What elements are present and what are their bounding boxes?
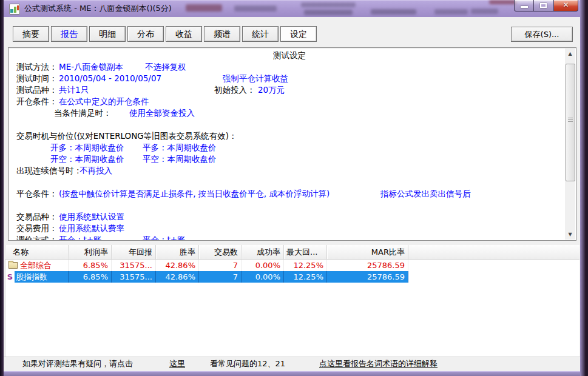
close-button[interactable]: ✕ [553,0,578,12]
settings-line: 测试时间：2010/05/04 - 2010/05/07强制平仓计算收益 [16,73,563,84]
scrollbar-thumb[interactable] [566,64,575,181]
close-icon: ✕ [554,1,578,9]
table-cell: 12.25% [284,260,327,271]
desktop: 公式测试系统 - ME：八面金锁副本()(5分) ✕ 摘要报告明细分布收益频谱统… [0,0,588,376]
table-cell: 42.86% [156,271,199,283]
window-title: 公式测试系统 - ME：八面金锁副本()(5分) [24,3,172,14]
table-row[interactable]: 全部综合6.85%31575...42.86%70.00%12.25%25786… [5,260,580,271]
settings-line: 开空：本周期收盘价平空：本周期收盘价 [16,153,563,165]
maximize-icon [540,3,547,8]
glass-smudge [186,4,222,12]
table-cell: 7 [199,271,242,283]
table-cell: 0.00% [242,271,284,283]
scroll-down-icon[interactable]: ▼ [565,229,575,240]
column-header[interactable]: 最大回... [284,245,327,259]
settings-line: 交易时机与价位(仅对ENTERLONG等旧图表交易系统有效)： [16,130,563,142]
settings-line: 调价方式：开仓：t+账平仓：t+账 [16,234,563,240]
row-name: 股指指数 [15,271,68,283]
settings-line: 交易品种：使用系统默认设置 [16,211,563,223]
glass-smudge [489,0,516,4]
tab-distribution[interactable]: 分布 [127,26,164,42]
settings-line: 平仓条件：(按盘中触位价计算是否满足止损条件, 按当日收盘价平仓, 成本价浮动计… [16,188,563,200]
minimize-button[interactable] [514,0,534,12]
tab-statistics[interactable]: 统计 [242,26,279,42]
window-bottom-border [4,371,580,376]
table-cell: 42.86% [156,260,199,271]
glass-smudge [304,10,353,15]
save-button[interactable]: 保存(S)... [511,27,573,42]
client-area: 摘要报告明细分布收益频谱统计设定 保存(S)... 测试设定测试方法：ME-八面… [4,17,580,371]
settings-line: 测试设定 [16,50,563,61]
footer-link-here[interactable]: 这里 [169,357,185,371]
app-icon [9,4,20,15]
maximize-button[interactable] [534,0,553,12]
tab-bar: 摘要报告明细分布收益频谱统计设定 [13,26,317,42]
column-header[interactable]: 名称 [5,245,69,259]
table-cell: 25786.59 [327,271,408,283]
caption-buttons: ✕ [514,0,578,12]
column-header[interactable]: 交易数 [199,245,242,259]
settings-line: 当条件满足时：使用全部资金投入 [16,107,563,119]
glass-smudge [234,5,277,12]
row-prefix: S [5,271,15,283]
tab-returns[interactable]: 收益 [166,26,202,42]
glass-smudge [434,9,468,15]
table-cell: 6.85% [69,260,112,271]
app-window: 公式测试系统 - ME：八面金锁副本()(5分) ✕ 摘要报告明细分布收益频谱统… [4,0,580,376]
column-header[interactable]: 胜率 [156,245,199,259]
title-bar[interactable]: 公式测试系统 - ME：八面金锁副本()(5分) ✕ [4,0,580,18]
column-header[interactable]: 利润率 [69,245,112,259]
settings-line [16,200,563,211]
scroll-up-icon[interactable]: ▲ [565,49,575,59]
tab-report[interactable]: 报告 [51,26,87,42]
settings-line: 出现连续信号时：不再投入 [16,165,563,176]
settings-line: 开仓条件：在公式中定义的开仓条件 [16,96,563,107]
glass-smudge [471,8,498,14]
settings-line: 交易费用：使用系统默认费率 [16,223,563,234]
footer-bar: 如果对评测结果有疑问，请点击 这里 看常见问题的12、21 点这里看报告名词术语… [4,357,580,371]
glass-smudge [301,2,356,7]
folder-icon [8,262,18,269]
table-cell: 12.25% [284,271,327,283]
minimize-icon [521,6,528,8]
settings-line: 开多：本周期收盘价平多：本周期收盘价 [16,142,563,153]
row-name: 全部综合 [19,260,68,271]
table-cell: 6.85% [69,271,112,283]
table-cell: 31575... [112,271,156,283]
footer-link-glossary[interactable]: 点这里看报告名词术语的详细解释 [319,357,438,371]
results-table: 名称利润率年回报胜率交易数成功率最大回...MAR比率 全部综合6.85%315… [5,245,580,357]
column-header[interactable]: 成功率 [242,245,284,259]
footer-faq-text: 看常见问题的12、21 [210,357,285,371]
table-cell: 31575... [112,260,156,271]
settings-line: 测试方法：ME-八面金锁副本不选择复权 [16,61,563,73]
tab-summary[interactable]: 摘要 [13,26,49,42]
table-cell: 7 [199,260,242,271]
settings-scrollbar[interactable]: ▲ ▼ [565,49,575,240]
column-header[interactable]: MAR比率 [327,245,408,259]
settings-line [16,176,563,188]
desktop-edge-right [580,0,588,376]
settings-lines: 测试设定测试方法：ME-八面金锁副本不选择复权测试时间：2010/05/04 -… [16,50,563,240]
settings-panel: 测试设定测试方法：ME-八面金锁副本不选择复权测试时间：2010/05/04 -… [8,47,576,241]
settings-line [16,119,563,130]
column-header[interactable]: 年回报 [112,245,156,259]
table-cell: 0.00% [242,260,284,271]
glass-smudge [371,9,416,15]
tab-spectrum[interactable]: 频谱 [204,26,240,42]
table-cell: 25786.59 [327,260,408,271]
footer-question-text: 如果对评测结果有疑问，请点击 [22,357,133,371]
table-row[interactable]: S股指指数6.85%31575...42.86%70.00%12.25%2578… [5,271,580,283]
tab-settings[interactable]: 设定 [280,26,317,42]
table-body: 全部综合6.85%31575...42.86%70.00%12.25%25786… [5,260,580,283]
tab-details[interactable]: 明细 [89,26,126,42]
table-header: 名称利润率年回报胜率交易数成功率最大回...MAR比率 [5,245,580,260]
settings-line: 测试品种：共计1只初始投入：20万元 [16,84,563,96]
